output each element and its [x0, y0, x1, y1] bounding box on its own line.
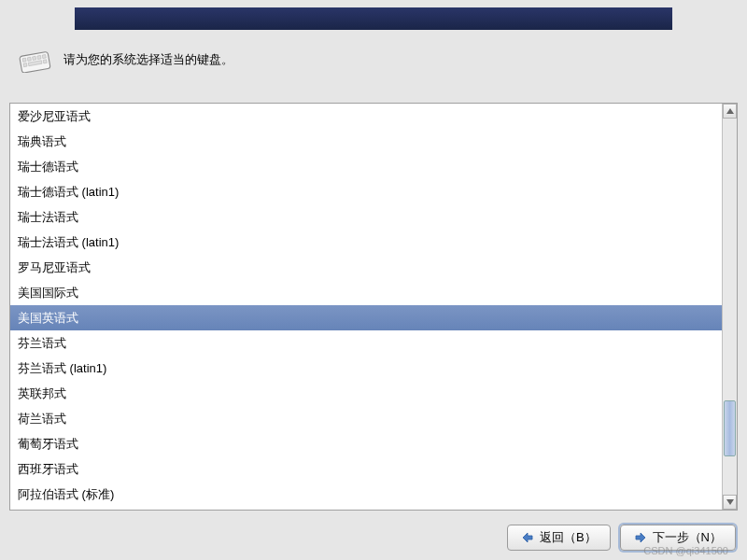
list-item[interactable]: 西班牙语式 [10, 456, 722, 482]
svg-rect-3 [33, 56, 36, 60]
arrow-right-icon [634, 531, 647, 544]
next-button[interactable]: 下一步（N） [620, 525, 736, 551]
button-bar: 返回（B） 下一步（N） [507, 525, 736, 551]
list-item[interactable]: 英联邦式 [10, 381, 722, 406]
svg-rect-4 [37, 55, 41, 59]
scroll-track[interactable] [723, 119, 737, 495]
scroll-up-button[interactable] [723, 104, 737, 119]
list-item[interactable]: 美国英语式 [10, 305, 722, 330]
scrollbar[interactable] [722, 104, 737, 510]
list-item[interactable]: 爱沙尼亚语式 [10, 104, 722, 129]
keyboard-listbox[interactable]: 爱沙尼亚语式瑞典语式瑞士德语式瑞士德语式 (latin1)瑞士法语式瑞士法语式 … [10, 104, 722, 510]
back-button[interactable]: 返回（B） [507, 525, 611, 551]
next-button-label: 下一步（N） [653, 529, 722, 546]
instruction-text: 请为您的系统选择适当的键盘。 [63, 51, 233, 68]
keyboard-icon [19, 47, 52, 73]
list-item[interactable]: 瑞典语式 [10, 129, 722, 154]
keyboard-listbox-container: 爱沙尼亚语式瑞典语式瑞士德语式瑞士德语式 (latin1)瑞士法语式瑞士法语式 … [9, 103, 738, 511]
svg-rect-8 [43, 60, 47, 63]
list-item[interactable]: 罗马尼亚语式 [10, 255, 722, 280]
list-item[interactable]: 瑞士德语式 [10, 154, 722, 179]
svg-rect-6 [23, 63, 27, 67]
svg-rect-1 [22, 58, 26, 62]
back-button-label: 返回（B） [540, 529, 597, 546]
instruction-row: 请为您的系统选择适当的键盘。 [19, 47, 728, 73]
list-item[interactable]: 芬兰语式 [10, 330, 722, 356]
list-item[interactable]: 葡萄牙语式 [10, 431, 722, 456]
list-item[interactable]: 瑞士法语式 (latin1) [10, 230, 722, 255]
arrow-left-icon [521, 531, 534, 544]
list-item[interactable]: 阿拉伯语式 (标准) [10, 482, 722, 507]
header-banner [75, 7, 672, 30]
list-item[interactable]: 荷兰语式 [10, 406, 722, 431]
list-item[interactable]: 美国国际式 [10, 280, 722, 305]
list-item[interactable]: 马其顿语式 [10, 507, 722, 510]
list-item[interactable]: 瑞士法语式 [10, 204, 722, 230]
scroll-down-button[interactable] [723, 495, 737, 510]
svg-rect-2 [27, 57, 31, 61]
scroll-thumb[interactable] [724, 400, 736, 456]
list-item[interactable]: 瑞士德语式 (latin1) [10, 179, 722, 204]
svg-rect-5 [42, 54, 46, 58]
list-item[interactable]: 芬兰语式 (latin1) [10, 356, 722, 381]
